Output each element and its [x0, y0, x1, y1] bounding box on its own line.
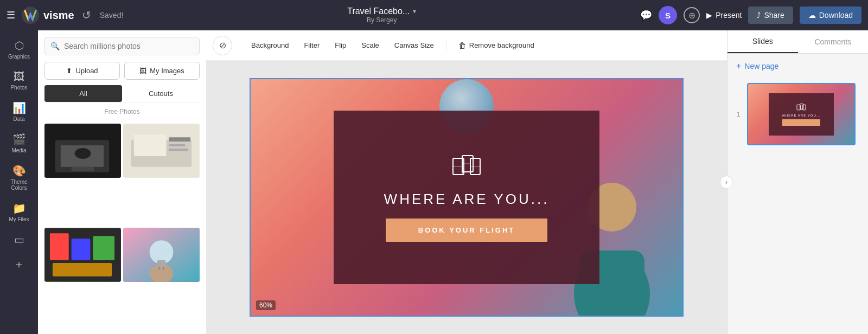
play-icon: ▶	[706, 11, 712, 20]
download-icon: ☁	[808, 11, 816, 20]
download-button[interactable]: ☁ Download	[800, 7, 861, 24]
slide-number: 1	[734, 111, 743, 118]
project-subtitle: By Sergey	[367, 16, 397, 24]
sidebar-item-elements[interactable]: ▭	[2, 229, 36, 251]
tab-comments[interactable]: Comments	[798, 30, 869, 53]
graphics-icon: ⬡	[15, 39, 24, 52]
svg-rect-14	[72, 239, 91, 260]
slide-thumbnail-1[interactable]: WHERE ARE YOU...	[747, 83, 856, 145]
project-title: Travel Facebo... ▾	[347, 7, 416, 16]
upload-icon: ⬆	[66, 67, 72, 75]
elements-icon: ▭	[14, 233, 24, 246]
remove-background-button[interactable]: 🗑 Remove background	[453, 38, 540, 53]
search-icon: 🔍	[50, 42, 60, 50]
zoom-label: 60%	[256, 300, 276, 310]
share-icon: ⤴	[757, 11, 761, 20]
filter-button[interactable]: Filter	[298, 38, 325, 53]
photos-panel: 🔍 ⬆ Upload 🖼 My Images All Cutouts Free …	[38, 30, 206, 334]
slide-thumb-card: WHERE ARE YOU...	[769, 93, 834, 136]
svg-rect-11	[169, 149, 188, 151]
main-area: ⬡ Graphics 🖼 Photos 📊 Data 🎬 Media 🎨 The…	[0, 30, 868, 334]
svg-rect-15	[93, 236, 114, 260]
tab-slides[interactable]: Slides	[727, 30, 798, 53]
svg-rect-4	[72, 167, 94, 171]
svg-rect-20	[157, 260, 166, 267]
background-button[interactable]: Background	[246, 38, 294, 53]
sidebar-item-graphics[interactable]: ⬡ Graphics	[2, 35, 36, 64]
logo-text: visme	[43, 9, 74, 22]
search-input-wrap: 🔍	[44, 37, 200, 55]
avatar: S	[659, 6, 677, 24]
sidebar-item-photos[interactable]: 🖼 Photos	[2, 66, 36, 95]
present-button[interactable]: ▶ Present	[706, 11, 742, 20]
add-icon: ＋	[14, 257, 24, 272]
trash-icon: 🗑	[458, 41, 466, 50]
main-headline: WHERE ARE YOU...	[384, 191, 550, 208]
slide-thumb-cta	[782, 119, 820, 126]
hamburger-icon[interactable]: ☰	[7, 9, 15, 21]
sidebar-item-media[interactable]: 🎬 Media	[2, 129, 36, 158]
canvas-size-button[interactable]: Canvas Size	[389, 38, 439, 53]
search-input[interactable]	[64, 42, 194, 50]
flip-button[interactable]: Flip	[329, 38, 352, 53]
svg-rect-9	[169, 137, 190, 142]
upload-row: ⬆ Upload 🖼 My Images	[38, 62, 206, 85]
logo: visme	[21, 5, 74, 25]
sidebar-item-add[interactable]: ＋	[2, 253, 36, 276]
slide-row-1: 1 WHERE ARE YOU...	[734, 83, 861, 145]
icon-sidebar: ⬡ Graphics 🖼 Photos 📊 Data 🎬 Media 🎨 The…	[0, 30, 38, 334]
sidebar-item-my-files[interactable]: 📁 My Files	[2, 197, 36, 227]
slides-area: 1 WHERE ARE YOU...	[727, 79, 868, 150]
my-images-button[interactable]: 🖼 My Images	[124, 62, 200, 80]
photo-thumb-2[interactable]	[123, 124, 200, 178]
photo-thumb-3[interactable]	[44, 228, 121, 282]
right-panel: Slides Comments + New page 1 WHER	[727, 30, 868, 334]
scale-button[interactable]: Scale	[356, 38, 385, 53]
image-icon: 🖼	[139, 67, 146, 75]
chat-icon[interactable]: 💬	[640, 9, 652, 21]
share-button[interactable]: ⤴ Share	[748, 7, 793, 24]
cta-button[interactable]: BOOK YOUR FLIGHT	[386, 219, 547, 242]
canvas-wrapper[interactable]: WHERE ARE YOU... BOOK YOUR FLIGHT 60%	[206, 61, 727, 334]
erase-button[interactable]: ⊘	[213, 36, 232, 55]
search-bar: 🔍	[38, 30, 206, 62]
topbar-right: 💬 S ⊕ ▶ Present ⤴ Share ☁ Download	[640, 6, 861, 24]
chevron-down-icon[interactable]: ▾	[413, 8, 416, 15]
sidebar-item-theme-colors[interactable]: 🎨 Theme Colors	[2, 160, 36, 195]
toolbar-divider-2	[446, 38, 446, 53]
erase-icon: ⊘	[219, 40, 226, 50]
canvas-area: ⊘ Background Filter Flip Scale Canvas Si…	[206, 30, 727, 334]
photo-thumb-4[interactable]	[123, 228, 200, 282]
slide-thumb-text: WHERE ARE YOU...	[782, 114, 821, 117]
topbar-center: Travel Facebo... ▾ By Sergey	[129, 7, 635, 24]
canvas-bg-image: WHERE ARE YOU... BOOK YOUR FLIGHT	[250, 78, 684, 317]
topbar-left: ☰ visme ↺ Saved!	[7, 5, 123, 25]
saved-label: Saved!	[100, 11, 124, 20]
filter-cutouts-button[interactable]: Cutouts	[122, 85, 200, 102]
photo-thumb-1[interactable]	[44, 124, 121, 178]
undo-button[interactable]: ↺	[82, 9, 91, 22]
free-photos-label: Free Photos	[44, 102, 200, 119]
map-icon	[450, 153, 483, 180]
svg-rect-16	[53, 263, 112, 277]
upload-button[interactable]: ⬆ Upload	[44, 62, 120, 80]
toolbar-divider	[239, 38, 239, 53]
add-collaborator-button[interactable]: ⊕	[684, 7, 700, 23]
collapse-panel-button[interactable]: ›	[720, 176, 733, 189]
my-files-icon: 📁	[12, 202, 26, 215]
theme-colors-icon: 🎨	[12, 164, 26, 177]
filter-all-button[interactable]: All	[44, 85, 122, 102]
sidebar-item-data[interactable]: 📊 Data	[2, 97, 36, 126]
photos-icon: 🖼	[14, 70, 24, 83]
travel-card: WHERE ARE YOU... BOOK YOUR FLIGHT	[334, 111, 599, 284]
svg-rect-10	[169, 144, 185, 146]
svg-point-5	[75, 148, 91, 159]
data-icon: 📊	[12, 101, 26, 114]
filter-row: All Cutouts	[44, 85, 200, 102]
media-icon: 🎬	[12, 133, 26, 146]
svg-rect-8	[134, 134, 167, 156]
visme-logo-icon	[21, 5, 40, 25]
canvas-inner: WHERE ARE YOU... BOOK YOUR FLIGHT 60%	[250, 78, 684, 317]
topbar: ☰ visme ↺ Saved! Travel Facebo... ▾ By S…	[0, 0, 868, 30]
new-page-button[interactable]: + New page	[727, 54, 868, 79]
